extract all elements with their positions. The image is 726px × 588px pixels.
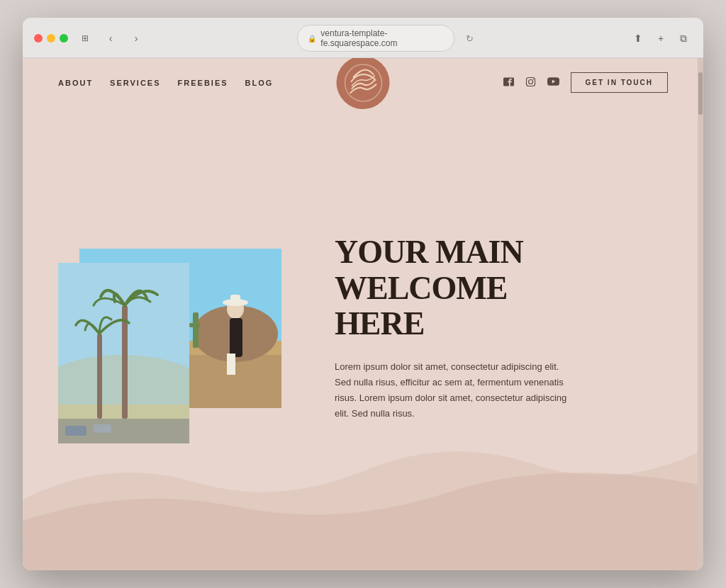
- facebook-icon[interactable]: [503, 77, 514, 89]
- browser-chrome: ⊞ ‹ › 🔒 ventura-template-fe.squarespace.…: [23, 18, 703, 58]
- url-text: ventura-template-fe.squarespace.com: [320, 28, 443, 48]
- website-content: ABOUT SERVICES FREEBIES BLOG: [23, 58, 703, 570]
- new-tab-button[interactable]: +: [652, 30, 669, 47]
- share-button[interactable]: ⬆: [630, 30, 647, 47]
- site-logo[interactable]: [337, 58, 390, 109]
- forward-button[interactable]: ›: [128, 30, 145, 47]
- hero-body-text: Lorem ipsum dolor sit amet, consectetur …: [335, 359, 576, 422]
- dot-yellow[interactable]: [47, 34, 55, 43]
- svg-rect-12: [189, 323, 200, 327]
- hero-section: YOUR MAIN WELCOME HERE Lorem ipsum dolor…: [23, 107, 703, 570]
- palm-illustration: [58, 263, 189, 443]
- hero-heading: YOUR MAIN WELCOME HERE: [335, 234, 576, 342]
- svg-rect-14: [230, 318, 242, 357]
- nav-freebies[interactable]: FREEBIES: [178, 79, 228, 87]
- hero-heading-line2: WELCOME HERE: [335, 270, 507, 342]
- nav-right: GET IN TOUCH: [503, 72, 668, 93]
- address-bar[interactable]: 🔒 ventura-template-fe.squarespace.com: [297, 25, 454, 52]
- hero-image-bottom: [58, 263, 189, 443]
- svg-point-2: [528, 79, 532, 84]
- duplicate-button[interactable]: ⧉: [675, 30, 692, 47]
- nav-about[interactable]: ABOUT: [58, 79, 93, 87]
- logo-svg: [342, 62, 384, 104]
- logo-center: [337, 58, 390, 109]
- svg-point-3: [532, 79, 534, 80]
- images-column: [79, 249, 292, 408]
- scrollbar[interactable]: [698, 58, 703, 570]
- browser-actions: ⬆ + ⧉: [630, 30, 692, 47]
- browser-window: ⊞ ‹ › 🔒 ventura-template-fe.squarespace.…: [23, 18, 703, 570]
- dot-green[interactable]: [60, 34, 68, 43]
- hero-text-area: YOUR MAIN WELCOME HERE Lorem ipsum dolor…: [335, 234, 576, 422]
- svg-rect-17: [230, 295, 240, 305]
- svg-rect-25: [97, 334, 102, 419]
- nav-services[interactable]: SERVICES: [110, 79, 160, 87]
- scrollbar-thumb: [698, 72, 703, 115]
- nav-left: ABOUT SERVICES FREEBIES BLOG: [58, 79, 273, 87]
- svg-rect-11: [193, 312, 199, 348]
- svg-rect-23: [94, 424, 111, 433]
- dot-red[interactable]: [34, 34, 43, 43]
- youtube-icon[interactable]: [547, 77, 559, 89]
- hero-heading-line1: YOUR MAIN: [335, 234, 523, 270]
- lock-icon: 🔒: [308, 35, 316, 43]
- svg-rect-22: [65, 426, 86, 436]
- nav-blog[interactable]: BLOG: [245, 79, 274, 87]
- grid-button[interactable]: ⊞: [77, 30, 94, 47]
- reload-button[interactable]: ↻: [463, 31, 477, 45]
- instagram-icon[interactable]: [525, 77, 536, 89]
- svg-rect-15: [227, 354, 235, 375]
- back-button[interactable]: ‹: [102, 30, 119, 47]
- get-in-touch-button[interactable]: GET IN TOUCH: [571, 72, 668, 93]
- site-navigation: ABOUT SERVICES FREEBIES BLOG: [23, 58, 703, 107]
- browser-dots: [34, 34, 68, 43]
